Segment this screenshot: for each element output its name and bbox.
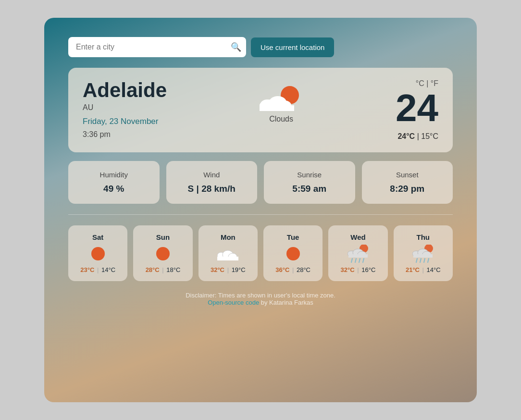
forecast-row: Sat 23°C | 14°C Sun 28°C | 18°C Mon bbox=[68, 225, 453, 281]
forecast-card: Mon 32°C | 19°C bbox=[198, 225, 258, 281]
forecast-temps: 32°C | 16°C bbox=[341, 266, 376, 273]
forecast-temps: 36°C | 28°C bbox=[275, 266, 310, 273]
svg-line-20 bbox=[355, 259, 356, 262]
svg-rect-11 bbox=[217, 257, 238, 260]
forecast-low: 14°C bbox=[101, 266, 115, 273]
forecast-icon bbox=[152, 245, 174, 262]
forecast-icon bbox=[87, 245, 109, 262]
forecast-sep: | bbox=[357, 266, 360, 273]
forecast-day: Thu bbox=[417, 233, 430, 241]
weather-center: Clouds bbox=[260, 79, 303, 124]
weather-description: Clouds bbox=[269, 115, 293, 124]
forecast-card: Wed 32°C | 16°C bbox=[328, 225, 387, 281]
forecast-icon bbox=[412, 245, 434, 262]
forecast-low: 14°C bbox=[427, 266, 441, 273]
search-button[interactable]: 🔍 bbox=[231, 42, 241, 52]
svg-line-32 bbox=[428, 259, 429, 262]
city-time: 3:36 pm bbox=[83, 130, 167, 139]
cloud-svg bbox=[260, 91, 294, 111]
svg-point-5 bbox=[91, 247, 105, 260]
open-source-link[interactable]: Open-source code bbox=[208, 299, 259, 306]
forecast-card: Sun 28°C | 18°C bbox=[133, 225, 192, 281]
current-weather-icon bbox=[260, 84, 303, 113]
forecast-low: 16°C bbox=[361, 266, 375, 273]
forecast-card: Thu 21°C | 14°C bbox=[394, 225, 453, 281]
svg-rect-28 bbox=[413, 254, 433, 258]
forecast-day: Sun bbox=[156, 233, 170, 241]
location-button[interactable]: Use current location bbox=[251, 37, 334, 57]
forecast-temps: 23°C | 14°C bbox=[80, 266, 115, 273]
sunrise-card: Sunrise 5:59 am bbox=[264, 161, 355, 204]
forecast-icon bbox=[347, 245, 369, 262]
svg-point-12 bbox=[286, 247, 300, 260]
weather-temp-section: °C | °F 24 24°C | 15°C bbox=[396, 79, 438, 141]
forecast-high: 21°C bbox=[406, 266, 420, 273]
temp-range: 24°C | 15°C bbox=[397, 132, 438, 141]
forecast-icon bbox=[217, 245, 238, 262]
stats-row: Humidity 49 % Wind S | 28 km/h Sunrise 5… bbox=[68, 161, 453, 204]
sunset-label: Sunset bbox=[369, 171, 447, 179]
footer: Disclaimer: Times are shown in user's lo… bbox=[68, 292, 453, 306]
sunset-value: 8:29 pm bbox=[369, 184, 447, 194]
humidity-card: Humidity 49 % bbox=[68, 161, 160, 204]
temp-high: 24°C bbox=[397, 132, 415, 140]
forecast-card: Sat 23°C | 14°C bbox=[68, 225, 127, 281]
humidity-label: Humidity bbox=[75, 171, 153, 179]
forecast-day: Tue bbox=[287, 233, 299, 241]
current-temp: 24 bbox=[396, 89, 438, 127]
city-country: AU bbox=[83, 103, 167, 112]
forecast-day: Mon bbox=[221, 233, 236, 241]
forecast-high: 32°C bbox=[341, 266, 355, 273]
sunset-card: Sunset 8:29 pm bbox=[362, 161, 453, 204]
forecast-low: 18°C bbox=[166, 266, 180, 273]
wind-label: Wind bbox=[173, 171, 251, 179]
svg-line-21 bbox=[359, 259, 360, 262]
search-input[interactable] bbox=[68, 37, 246, 57]
sunrise-value: 5:59 am bbox=[271, 184, 348, 194]
divider bbox=[68, 214, 453, 215]
forecast-high: 32°C bbox=[211, 266, 224, 273]
forecast-day: Sat bbox=[92, 233, 103, 241]
forecast-temps: 21°C | 14°C bbox=[406, 266, 441, 273]
forecast-low: 19°C bbox=[232, 266, 246, 273]
svg-line-31 bbox=[424, 259, 425, 262]
svg-rect-18 bbox=[348, 254, 368, 258]
forecast-high: 28°C bbox=[146, 266, 160, 273]
footer-link-line: Open-source code by Katarina Farkas bbox=[68, 299, 453, 306]
temp-low: 15°C bbox=[421, 132, 438, 140]
sunrise-label: Sunrise bbox=[271, 171, 348, 179]
forecast-sep: | bbox=[292, 266, 296, 273]
svg-line-19 bbox=[351, 259, 352, 262]
svg-rect-4 bbox=[260, 105, 294, 111]
city-name: Adelaide bbox=[83, 79, 167, 101]
wind-value: S | 28 km/h bbox=[173, 184, 251, 194]
temp-separator: | bbox=[417, 132, 422, 140]
forecast-low: 28°C bbox=[297, 266, 310, 273]
svg-point-6 bbox=[156, 247, 170, 260]
forecast-sep: | bbox=[97, 266, 100, 273]
humidity-value: 49 % bbox=[75, 184, 153, 194]
city-info: Adelaide AU Friday, 23 November 3:36 pm bbox=[83, 79, 167, 139]
forecast-sep: | bbox=[227, 266, 231, 273]
forecast-card: Tue 36°C | 28°C bbox=[263, 225, 323, 281]
forecast-temps: 28°C | 18°C bbox=[146, 266, 181, 273]
footer-suffix: by Katarina Farkas bbox=[259, 299, 313, 306]
search-input-wrap: 🔍 bbox=[68, 37, 246, 57]
forecast-sep: | bbox=[162, 266, 165, 273]
forecast-sep: | bbox=[422, 266, 426, 273]
disclaimer-text: Disclaimer: Times are shown in user's lo… bbox=[68, 292, 453, 299]
search-bar: 🔍 Use current location bbox=[68, 37, 453, 57]
wind-card: Wind S | 28 km/h bbox=[166, 161, 258, 204]
app-container: 🔍 Use current location Adelaide AU Frida… bbox=[44, 18, 477, 402]
forecast-day: Wed bbox=[350, 233, 365, 241]
forecast-temps: 32°C | 19°C bbox=[211, 266, 246, 273]
forecast-high: 23°C bbox=[80, 266, 94, 273]
svg-line-29 bbox=[416, 259, 417, 262]
main-weather-card: Adelaide AU Friday, 23 November 3:36 pm bbox=[68, 68, 453, 152]
svg-line-22 bbox=[363, 259, 364, 262]
svg-line-30 bbox=[420, 259, 421, 262]
city-date: Friday, 23 November bbox=[83, 117, 167, 126]
forecast-icon bbox=[283, 245, 304, 262]
forecast-high: 36°C bbox=[275, 266, 289, 273]
